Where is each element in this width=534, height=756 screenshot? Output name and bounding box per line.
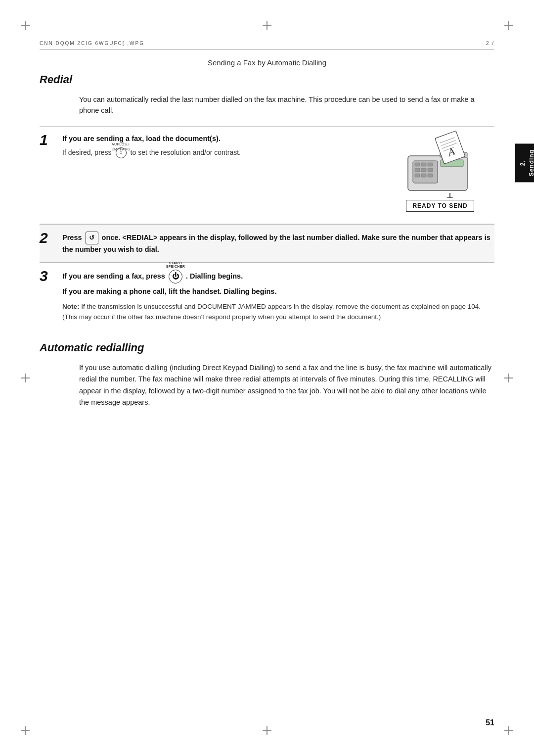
redial-button-icon: ↺	[86, 232, 98, 244]
corner-mark-tr	[504, 21, 513, 30]
svg-rect-5	[415, 168, 420, 172]
step3-content: If you are sending a fax, press START/SP…	[62, 270, 494, 323]
svg-rect-7	[428, 168, 433, 172]
section1-intro: You can automatically redial the last nu…	[79, 94, 494, 116]
corner-mark-mr	[504, 374, 513, 382]
step2-box: 2 Press ↺ once. <REDIAL> appears in the …	[40, 224, 494, 263]
step1-subtext-pre: If desired, press	[62, 147, 112, 158]
section2-body: If you use automatic dialling (including…	[79, 362, 494, 408]
start-speicher-label: START/SPEICHER	[166, 261, 185, 269]
step2-text-pre: Press	[62, 234, 84, 241]
svg-rect-10	[428, 174, 433, 177]
svg-rect-6	[421, 168, 426, 172]
step1-subtext: If desired, press AUFLÖS./EMPFANG ○ to s…	[62, 147, 376, 158]
step1-row: 1 If you are sending a fax, load the doc…	[40, 134, 376, 158]
step3-note: Note: If the transmission is unsuccessfu…	[62, 302, 494, 323]
section1-title: Redial	[40, 73, 494, 86]
svg-rect-2	[415, 163, 420, 166]
side-tab-line1: Sending	[528, 149, 534, 176]
step2-text-post: once. <REDIAL> appears in the display, f…	[62, 234, 490, 253]
corner-mark-bl	[21, 726, 30, 735]
resolution-button-label: AUFLÖS./EMPFANG	[112, 142, 131, 152]
step3-text-pre: If you are sending a fax, press	[62, 272, 165, 280]
fax-image-area: A READY TO SEND	[386, 129, 494, 212]
page-subtitle: Sending a Fax by Automatic Dialling	[0, 58, 534, 67]
note-body: If the transmission is unsuccessful and …	[62, 303, 481, 321]
step2-text: Press ↺ once. <REDIAL> appears in the di…	[62, 232, 494, 255]
step3-bold-line: If you are making a phone call, lift the…	[62, 286, 494, 297]
step2-content: Press ↺ once. <REDIAL> appears in the di…	[62, 232, 494, 255]
svg-rect-8	[415, 174, 420, 177]
step1-box-inner: A READY TO SEND 1	[40, 134, 494, 224]
step3-text-post: . Dialling begins.	[186, 272, 243, 280]
main-content: Redial You can automatically redial the …	[40, 73, 494, 716]
corner-mark-tm	[263, 21, 271, 30]
start-button-icon: START/SPEICHER ⏻	[169, 270, 182, 284]
step1-subtext-post: to set the resolution and/or contrast.	[131, 147, 241, 158]
svg-rect-4	[428, 163, 433, 166]
corner-mark-tl	[21, 21, 30, 30]
step2-number: 2	[40, 231, 62, 245]
fax-drawing: A	[393, 129, 487, 198]
section-redial: Redial You can automatically redial the …	[40, 73, 494, 326]
step3-row: 3 If you are sending a fax, press START/…	[40, 270, 494, 323]
svg-rect-3	[421, 163, 426, 166]
header-line: CNN DQQM 2CIG 6WGUFC[ ,WPG 2 /	[40, 41, 494, 46]
side-tab: 2. Sending Faxes	[515, 143, 534, 182]
corner-mark-bm	[263, 726, 271, 735]
step3-text: If you are sending a fax, press START/SP…	[62, 270, 494, 284]
section2-title: Automatic redialling	[40, 341, 494, 354]
resolution-button-icon: AUFLÖS./EMPFANG ○	[116, 147, 127, 158]
header-right-text: 2 /	[486, 41, 494, 46]
corner-mark-ml	[21, 374, 30, 382]
step1-text: If you are sending a fax, load the docum…	[62, 134, 376, 144]
side-tab-number: 2.	[519, 160, 526, 166]
page-number: 51	[486, 718, 494, 727]
corner-mark-br	[504, 726, 513, 735]
ready-to-send-label: READY TO SEND	[406, 200, 474, 212]
step3-area: 3 If you are sending a fax, press START/…	[40, 263, 494, 326]
step1-box: A READY TO SEND 1	[40, 126, 494, 224]
header-divider	[40, 49, 494, 50]
note-label: Note:	[62, 303, 80, 310]
step1-content: If you are sending a fax, load the docum…	[62, 134, 376, 158]
svg-rect-9	[421, 174, 426, 177]
section-automatic-redialling: Automatic redialling If you use automati…	[40, 341, 494, 408]
step3-number: 3	[40, 269, 62, 284]
header-left-text: CNN DQQM 2CIG 6WGUFC[ ,WPG	[40, 41, 144, 46]
step2-row: 2 Press ↺ once. <REDIAL> appears in the …	[40, 232, 494, 255]
step1-number: 1	[40, 133, 62, 147]
